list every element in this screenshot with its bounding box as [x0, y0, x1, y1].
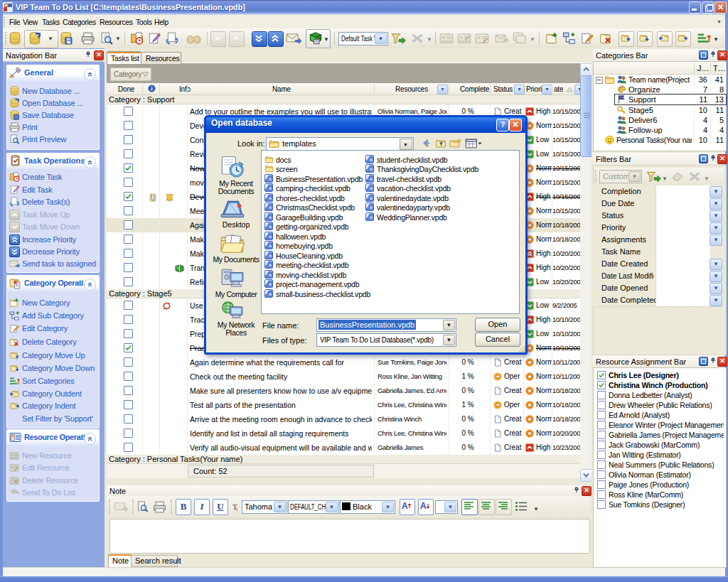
svg-text:t: t	[236, 506, 238, 512]
svg-text:A: A	[420, 501, 427, 511]
svg-text:A: A	[402, 501, 408, 511]
